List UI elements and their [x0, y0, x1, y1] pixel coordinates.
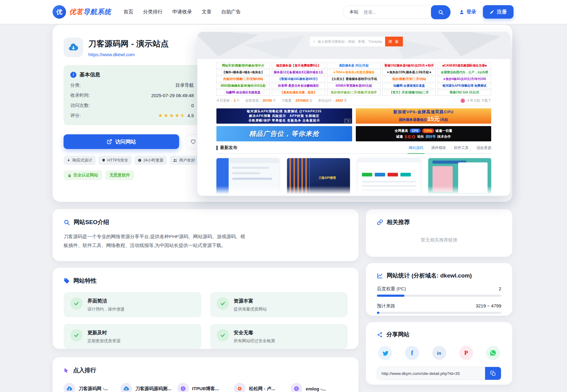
page-content: 刀客源码网 - 演示站点 https://www.dkewl.com i 基本信…: [53, 25, 512, 392]
search-button[interactable]: [431, 5, 451, 19]
user-icon: [459, 9, 464, 15]
banner-ad-slot: 精品广告位，等你来抢: [216, 126, 352, 141]
facebook-share-button[interactable]: f: [405, 346, 419, 360]
ad-link: 银河源头APK报毒处理 免费测试: [438, 83, 491, 89]
tab-plugins: 插件模块: [431, 145, 446, 151]
ad-link: 【香港16核16G服务器69/月】: [272, 76, 325, 82]
site-summary-panel: 刀客源码网 - 演示站点 https://www.dkewl.com i 基本信…: [64, 38, 201, 180]
site-detail-hero-card: 刀客源码网 - 演示站点 https://www.dkewl.com i 基本信…: [53, 25, 512, 202]
seo-intro-card: 网站SEO介绍 刀客源码是一个专业的网络资源分享平台,提供各种PHP源码、网站源…: [53, 209, 359, 261]
ad-link: 全国营业执照代办，公户，icp办理: [438, 69, 491, 75]
info-row-rating: 评分: ★★★★★★ 4.5: [70, 113, 194, 118]
badge-no-malware: 无恶意软件: [105, 170, 134, 180]
linkedin-share-button[interactable]: in: [432, 346, 446, 360]
users-icon: [173, 158, 177, 162]
category-value[interactable]: 目录导航: [175, 82, 194, 88]
ad-link: 知赚网-全赛道项目复盘: [382, 83, 436, 89]
line-chart-icon: [377, 273, 383, 279]
ad-link: 香港CN2服务器4核4G仅29/月★秒开: [382, 63, 436, 68]
nav-item-submit[interactable]: 申请收录: [172, 9, 192, 15]
share-url-box: [377, 367, 501, 380]
preview-hero-banner: 输入精简词搜索如：商城、影视、Thinkphp 搜 索: [197, 32, 510, 59]
ad-link: 快客帮-悬赏任务创业赚钱项目: [272, 83, 325, 89]
related-empty-text: 暂无相关推荐链接: [377, 237, 501, 243]
preview-latest-section: 最新发布 网站源码 插件模块 软件工具 综合资源: [216, 145, 491, 154]
list-item[interactable]: 刀客源码网 -...: [64, 383, 120, 392]
nav-item-self-ads[interactable]: 自助广告: [221, 9, 241, 15]
basic-info-title: 基本信息: [79, 71, 100, 78]
search-scope-select[interactable]: 本站: [343, 9, 363, 15]
ad-link: ■CANEMX超实惠国际域名注册■: [438, 63, 491, 68]
preview-text-ads-grid: 网站开发/搭建/软件修改/非中介 【海外+服务器+域名+免实名】 先做后付/搭建…: [216, 63, 491, 96]
ad-link: 知赚网-创业项目实操复盘: [216, 90, 270, 96]
tag-24h: 24小时更新: [134, 156, 167, 165]
pinterest-share-button[interactable]: P: [459, 346, 473, 360]
copy-icon: [490, 371, 496, 376]
ad-mark-label: 广告: [344, 119, 351, 123]
share-url-input[interactable]: [377, 367, 485, 380]
ad-link: 高防服务器 30元/月起: [327, 63, 381, 68]
list-item[interactable]: 松松网 - 卢...: [234, 383, 291, 392]
star-icon: ★: [164, 113, 168, 118]
login-link[interactable]: 登录: [459, 9, 476, 15]
check-icon: [217, 297, 229, 310]
star-rating: ★★★★★★: [158, 113, 185, 118]
ad-link: 稳定服务器【首月免费续费9元】: [272, 63, 325, 68]
seo-description: 刀客源码是一个专业的网络资源分享平台,提供各种PHP源码、网站源码、游戏源码、模…: [64, 232, 249, 250]
search-icon: [438, 9, 444, 15]
resource-thumbnail: [428, 158, 491, 196]
brand-name: 优茗导航系统: [69, 7, 111, 16]
globe-icon: [180, 386, 186, 391]
copy-url-button[interactable]: [485, 367, 501, 380]
whatsapp-share-button[interactable]: [486, 346, 500, 360]
info-icon: i: [70, 72, 76, 78]
nav-item-home[interactable]: 首页: [123, 9, 133, 15]
cloud-download-icon: [123, 386, 129, 392]
twitter-share-button[interactable]: [378, 346, 392, 360]
check-icon: [70, 329, 83, 341]
check-icon: [217, 329, 229, 341]
ad-link: 【免实名域名注册、批发】: [272, 90, 325, 96]
resource-thumbnail: 刀客API管理: [287, 158, 350, 196]
preview-thumbnails: 刀客API管理: [216, 158, 491, 196]
site-dot-icon: [237, 386, 242, 391]
tab-source-code: 网站源码: [409, 145, 423, 151]
progress-bar: [377, 295, 501, 297]
website-screenshot-preview[interactable]: 输入精简词搜索如：商城、影视、Thinkphp 搜 索 网站开发/搭建/软件修改…: [197, 32, 510, 196]
stat-baidu-weight: 百度权重 (PC)2: [377, 286, 501, 297]
external-link-icon: [107, 139, 112, 144]
info-row-visits: 访问次数: 0: [70, 103, 194, 108]
site-statistics-card: 网站统计 (分析域名: dkewl.com) 百度权重 (PC)2 预计来路32…: [366, 263, 512, 316]
nav-item-categories[interactable]: 分类排行: [143, 9, 163, 15]
list-item[interactable]: ITPUB博客...: [177, 383, 234, 392]
header-search: 本站: [343, 5, 451, 19]
ad-link: 香港CN2 GIA 15元/月: [438, 90, 491, 96]
linkedin-icon: in: [437, 350, 441, 356]
globe-icon: [294, 386, 299, 391]
site-url-link[interactable]: https://www.dkewl.com: [88, 52, 169, 57]
security-badges: 安全认证网站 无恶意软件: [64, 170, 201, 180]
feature-item-clean-ui: 界面简洁设计简约，操作便捷: [64, 292, 201, 317]
shield-icon: [102, 158, 105, 162]
ad-link: 低价/搭建/开发/二开/仿站: [382, 76, 436, 82]
site-logo[interactable]: 优 优茗导航系统: [53, 5, 111, 19]
features-title: 网站特性: [73, 277, 97, 285]
list-item[interactable]: 刀客源码源码测...: [120, 383, 177, 392]
visit-site-button[interactable]: 访问网站: [64, 134, 179, 149]
banner-vps-ad: 新加坡VPS-金牌高速双路CPU 国外服务器最低仅15元/月起: [356, 108, 492, 124]
resource-thumbnail: [358, 158, 421, 196]
list-item[interactable]: emlog -...: [291, 383, 348, 392]
whatsapp-icon: [490, 350, 496, 356]
banner-apk-ad: 银河源头APK报毒处理 免费测试 @YHAPK235 解决APK报毒 风险提示 …: [216, 108, 352, 124]
tag-responsive: 响应式设计: [64, 156, 96, 165]
pencil-icon: [490, 10, 494, 14]
tag-friendly: 用户友好: [170, 156, 198, 165]
top-navbar: 优 优茗导航系统 首页 分类排行 申请收录 文章 自助广告 本站 登录 注册: [0, 0, 567, 24]
ad-link: 【官方】开发/搭建/仿站/二开: [382, 90, 436, 96]
register-button[interactable]: 注册: [483, 5, 514, 19]
nav-item-articles[interactable]: 文章: [202, 9, 212, 15]
sidebar-column: 相关推荐 暂无相关推荐链接 网站统计 (分析域名: dkewl.com) 百度权…: [366, 209, 512, 392]
ad-link: ★7654★免实名u充值注册域名: [327, 69, 381, 75]
preview-stats-bar: 今日更新：1个 全部资源：20755个 下载量：2376802次 本站运行：24…: [216, 98, 491, 103]
feature-item-safe: 安全无毒所有网站经过安全检测: [210, 324, 348, 349]
